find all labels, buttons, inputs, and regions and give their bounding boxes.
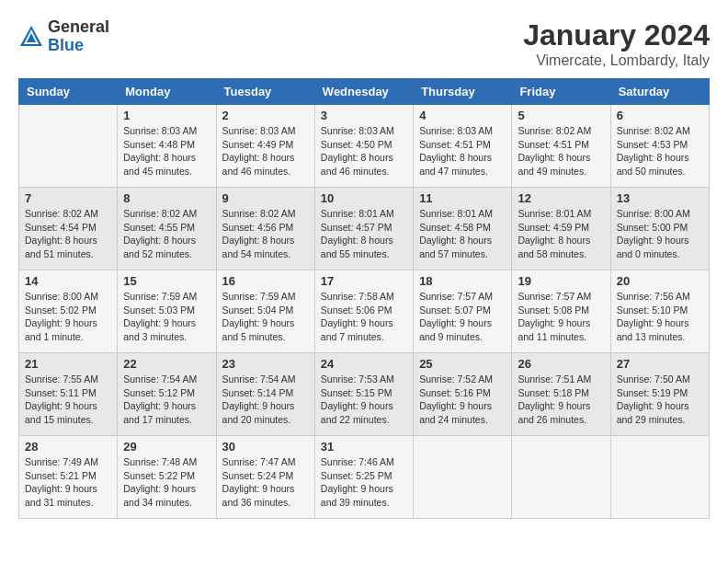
day-info-line: and 46 minutes. — [222, 166, 291, 177]
day-number: 13 — [617, 191, 703, 205]
day-info-line: Sunset: 5:06 PM — [321, 304, 392, 316]
day-info-line: Sunrise: 8:02 AM — [617, 125, 690, 136]
day-number: 22 — [123, 357, 210, 371]
day-info-line: and 24 minutes. — [419, 414, 488, 425]
day-info-line: Sunset: 4:56 PM — [222, 222, 294, 233]
calendar-cell: 16Sunrise: 7:59 AMSunset: 5:04 PMDayligh… — [216, 270, 314, 353]
day-info-line: and 3 minutes. — [123, 331, 187, 342]
day-info-line: Sunset: 5:25 PM — [321, 470, 392, 481]
day-info-line: Sunrise: 8:02 AM — [123, 208, 197, 219]
day-info-line: and 9 minutes. — [419, 331, 483, 342]
calendar-cell: 31Sunrise: 7:46 AMSunset: 5:25 PMDayligh… — [314, 436, 413, 519]
day-info: Sunrise: 8:01 AMSunset: 4:58 PMDaylight:… — [419, 207, 506, 261]
calendar-cell: 15Sunrise: 7:59 AMSunset: 5:03 PMDayligh… — [118, 270, 216, 353]
calendar-cell: 18Sunrise: 7:57 AMSunset: 5:07 PMDayligh… — [414, 270, 512, 353]
day-info-line: and 22 minutes. — [321, 414, 390, 425]
day-info-line: Sunrise: 8:01 AM — [518, 208, 591, 219]
day-info-line: Sunset: 5:19 PM — [617, 387, 688, 398]
calendar-cell: 3Sunrise: 8:03 AMSunset: 4:50 PMDaylight… — [314, 105, 413, 188]
calendar-cell: 14Sunrise: 8:00 AMSunset: 5:02 PMDayligh… — [19, 270, 118, 353]
day-info-line: Sunrise: 7:48 AM — [123, 456, 197, 467]
day-info-line: Sunrise: 7:50 AM — [617, 373, 690, 385]
calendar-cell: 21Sunrise: 7:55 AMSunset: 5:11 PMDayligh… — [19, 353, 118, 436]
day-info: Sunrise: 8:02 AMSunset: 4:53 PMDaylight:… — [617, 124, 703, 178]
day-info-line: Sunset: 4:51 PM — [419, 139, 491, 150]
calendar-cell: 19Sunrise: 7:57 AMSunset: 5:08 PMDayligh… — [512, 270, 610, 353]
day-info-line: and 7 minutes. — [321, 331, 384, 342]
day-info-line: Sunset: 5:22 PM — [123, 470, 195, 481]
day-info-line: Sunrise: 8:02 AM — [518, 125, 591, 136]
calendar-cell: 2Sunrise: 8:03 AMSunset: 4:49 PMDaylight… — [216, 105, 314, 188]
calendar-cell: 8Sunrise: 8:02 AMSunset: 4:55 PMDaylight… — [118, 188, 216, 270]
day-info: Sunrise: 8:03 AMSunset: 4:51 PMDaylight:… — [419, 124, 506, 178]
calendar-cell: 17Sunrise: 7:58 AMSunset: 5:06 PMDayligh… — [314, 270, 413, 353]
day-info-line: and 54 minutes. — [222, 248, 291, 259]
day-info-line: Sunset: 4:53 PM — [617, 139, 688, 150]
day-number: 18 — [419, 274, 506, 288]
day-info-line: Sunrise: 8:03 AM — [123, 125, 197, 136]
day-info-line: Sunset: 5:11 PM — [25, 387, 97, 398]
day-info-line: and 57 minutes. — [419, 248, 488, 259]
day-info: Sunrise: 8:00 AMSunset: 5:00 PMDaylight:… — [617, 207, 703, 261]
day-number: 24 — [321, 357, 407, 371]
day-info: Sunrise: 8:02 AMSunset: 4:55 PMDaylight:… — [123, 207, 210, 261]
week-row-0: 1Sunrise: 8:03 AMSunset: 4:48 PMDaylight… — [19, 105, 710, 188]
day-info-line: Daylight: 8 hours — [617, 152, 689, 163]
logo-text: General Blue — [48, 18, 109, 55]
day-info-line: and 49 minutes. — [518, 166, 586, 177]
day-info-line: Daylight: 9 hours — [25, 483, 97, 494]
day-info-line: Daylight: 9 hours — [617, 317, 689, 328]
day-info-line: Daylight: 9 hours — [123, 483, 196, 494]
day-info-line: and 31 minutes. — [25, 497, 94, 508]
header-sunday: Sunday — [19, 79, 118, 105]
day-info-line: Daylight: 8 hours — [25, 235, 97, 246]
day-number: 5 — [518, 109, 604, 122]
day-info-line: Daylight: 9 hours — [123, 400, 196, 411]
day-info-line: Sunrise: 7:55 AM — [25, 373, 98, 385]
week-row-1: 7Sunrise: 8:02 AMSunset: 4:54 PMDaylight… — [19, 188, 710, 270]
day-info-line: Sunrise: 7:58 AM — [321, 291, 394, 302]
day-info-line: and 5 minutes. — [222, 331, 286, 342]
calendar-cell: 1Sunrise: 8:03 AMSunset: 4:48 PMDaylight… — [118, 105, 216, 188]
day-info-line: and 58 minutes. — [518, 248, 586, 259]
calendar-cell: 23Sunrise: 7:54 AMSunset: 5:14 PMDayligh… — [216, 353, 314, 436]
day-info: Sunrise: 7:57 AMSunset: 5:07 PMDaylight:… — [419, 290, 506, 344]
day-info-line: and 29 minutes. — [617, 414, 686, 425]
day-number: 28 — [25, 440, 111, 454]
calendar-cell — [19, 105, 118, 188]
calendar-cell: 27Sunrise: 7:50 AMSunset: 5:19 PMDayligh… — [610, 353, 709, 436]
day-info-line: Sunrise: 7:49 AM — [25, 456, 98, 467]
day-number: 31 — [321, 440, 407, 454]
header-friday: Friday — [512, 79, 610, 105]
day-info-line: Sunrise: 8:01 AM — [419, 208, 493, 219]
day-number: 12 — [518, 191, 604, 205]
calendar-cell: 28Sunrise: 7:49 AMSunset: 5:21 PMDayligh… — [19, 436, 118, 519]
day-info-line: Sunset: 5:07 PM — [419, 304, 491, 316]
day-number: 19 — [518, 274, 604, 288]
calendar-cell: 13Sunrise: 8:00 AMSunset: 5:00 PMDayligh… — [610, 188, 709, 270]
day-number: 26 — [518, 357, 604, 371]
calendar-cell: 26Sunrise: 7:51 AMSunset: 5:18 PMDayligh… — [512, 353, 610, 436]
day-info: Sunrise: 8:03 AMSunset: 4:48 PMDaylight:… — [123, 124, 210, 178]
day-info-line: Sunrise: 7:54 AM — [123, 373, 197, 385]
calendar-title: January 2024 — [523, 18, 710, 52]
calendar-cell: 29Sunrise: 7:48 AMSunset: 5:22 PMDayligh… — [118, 436, 216, 519]
day-info-line: Sunset: 4:48 PM — [123, 139, 195, 150]
day-info-line: and 13 minutes. — [617, 331, 686, 342]
day-info: Sunrise: 8:00 AMSunset: 5:02 PMDaylight:… — [25, 290, 111, 344]
calendar-cell — [512, 436, 610, 519]
day-number: 29 — [123, 440, 210, 454]
day-info: Sunrise: 7:52 AMSunset: 5:16 PMDaylight:… — [419, 373, 506, 427]
day-info-line: and 50 minutes. — [617, 166, 686, 177]
day-info-line: Daylight: 9 hours — [518, 317, 590, 328]
day-number: 6 — [617, 109, 703, 122]
calendar-header: SundayMondayTuesdayWednesdayThursdayFrid… — [19, 79, 710, 105]
header-wednesday: Wednesday — [314, 79, 413, 105]
day-info: Sunrise: 7:56 AMSunset: 5:10 PMDaylight:… — [617, 290, 703, 344]
logo-blue-text: Blue — [48, 37, 109, 55]
day-info: Sunrise: 8:01 AMSunset: 4:57 PMDaylight:… — [321, 207, 407, 261]
calendar-cell: 7Sunrise: 8:02 AMSunset: 4:54 PMDaylight… — [19, 188, 118, 270]
day-info-line: Sunset: 5:02 PM — [25, 304, 97, 316]
day-info-line: Sunset: 4:54 PM — [25, 222, 97, 233]
day-info-line: Sunset: 4:51 PM — [518, 139, 589, 150]
